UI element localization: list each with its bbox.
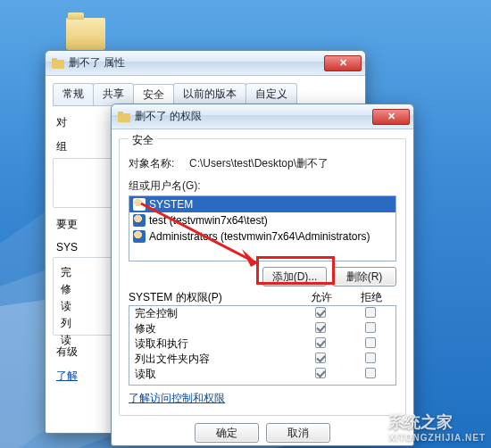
list-item[interactable]: SYSTEM [129,196,395,212]
svg-rect-1 [52,58,57,62]
permissions-table: 完全控制修改读取和执行列出文件夹内容读取 [129,305,396,386]
user-icon [133,230,146,243]
permissions-titlebar[interactable]: 删不了 的权限 ✕ [112,104,413,129]
tab-customize[interactable]: 自定义 [246,83,297,105]
perm-name: 修改 [135,321,295,336]
permissions-for-label: SYSTEM 的权限(P) [129,290,296,305]
list-item[interactable]: test (testvmwin7x64\test) [129,212,395,228]
user-icon [133,214,146,227]
list-item-label: Administrators (testvmwin7x64\Administra… [149,230,370,243]
folder-icon [117,110,131,124]
deny-checkbox[interactable] [365,368,376,378]
tab-sharing[interactable]: 共享 [93,83,134,105]
security-legend: 安全 [129,133,157,148]
allow-checkbox[interactable] [315,353,326,363]
object-name-label: 对象名称: [129,157,174,170]
deny-checkbox[interactable] [365,307,376,318]
allow-checkbox[interactable] [315,368,326,378]
deny-checkbox[interactable] [365,322,376,333]
close-button[interactable]: ✕ [324,55,362,71]
watermark: 系统之家 XITONGZHIJIA.NET [353,411,486,443]
watermark-sub: XITONGZHIJIA.NET [388,433,486,443]
group-user-list[interactable]: SYSTEMtest (testvmwin7x64\test)Administr… [129,195,396,261]
table-row: 列出文件夹内容 [129,352,395,367]
list-item[interactable]: Administrators (testvmwin7x64\Administra… [129,228,395,245]
groups-label: 组或用户名(G): [129,178,396,194]
perm-name: 完全控制 [135,306,295,321]
close-button[interactable]: ✕ [372,109,410,125]
svg-rect-3 [118,112,123,115]
cancel-button[interactable]: 取消 [266,423,330,443]
table-row: 读取 [129,367,395,382]
properties-title: 删不了 属性 [69,55,324,71]
table-row: 读取和执行 [129,336,395,352]
deny-checkbox[interactable] [365,353,376,363]
permissions-window: 删不了 的权限 ✕ 安全 对象名称: C:\Users\test\Desktop… [111,104,414,446]
learn-access-link[interactable]: 了解访问控制和权限 [129,392,225,404]
remove-button[interactable]: 删除(R) [332,267,396,286]
permissions-title: 删不了 的权限 [135,109,372,124]
folder-icon [66,18,105,50]
table-row: 完全控制 [129,306,395,321]
perm-name: 列出文件夹内容 [135,352,295,367]
security-fieldset: 安全 对象名称: C:\Users\test\Desktop\删不了 组或用户名… [119,138,406,416]
deny-header: 拒绝 [346,290,396,305]
list-item-label: SYSTEM [149,198,193,211]
tab-general[interactable]: 常规 [53,83,94,105]
properties-titlebar[interactable]: 删不了 属性 ✕ [46,51,365,76]
allow-checkbox[interactable] [315,322,326,333]
perm-name: 读取 [135,367,295,382]
folder-icon [51,56,65,71]
perm-name: 读取和执行 [135,336,295,352]
svg-rect-6 [365,430,371,438]
ok-button[interactable]: 确定 [195,423,259,443]
allow-header: 允许 [296,290,346,305]
allow-checkbox[interactable] [315,307,326,318]
list-item-label: test (testvmwin7x64\test) [149,214,268,227]
deny-checkbox[interactable] [365,337,376,348]
house-icon [353,415,383,440]
add-button[interactable]: 添加(D)... [262,267,327,286]
table-row: 修改 [129,321,395,336]
object-path: C:\Users\test\Desktop\删不了 [189,157,329,170]
allow-checkbox[interactable] [315,337,326,348]
watermark-brand: 系统之家 [388,411,486,433]
user-icon [133,198,146,211]
tab-previous-versions[interactable]: 以前的版本 [173,83,246,105]
